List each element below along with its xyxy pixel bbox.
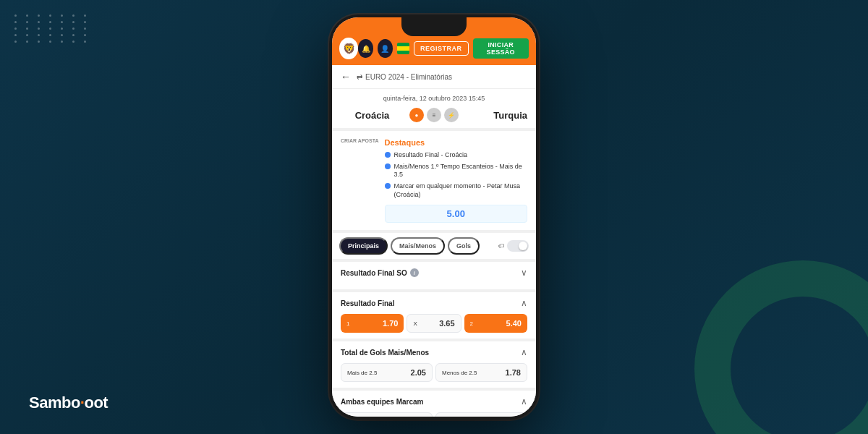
section-header-tg: Total de Gols Mais/Menos ∧ — [341, 347, 527, 357]
section-title-so: Resultado Final SO i — [341, 268, 419, 277]
chevron-tg[interactable]: ∧ — [521, 347, 527, 357]
decoration-circle — [694, 260, 868, 434]
odd-away-value: 5.40 — [506, 319, 522, 328]
odd-draw-value: 3.65 — [439, 319, 454, 328]
highlight-combined-value[interactable]: 5.00 — [385, 205, 528, 223]
criar-aposta-toggle-label: 🏷 — [498, 243, 504, 250]
section-title-tg-text: Total de Gols Mais/Menos — [341, 349, 429, 357]
odd-draw-label: X — [413, 320, 417, 327]
toggle-track[interactable] — [507, 240, 529, 252]
team-away: Turquia — [464, 110, 527, 121]
chevron-rf[interactable]: ∧ — [521, 298, 527, 308]
competition-info: ⇄ EURO 2024 - Eliminatórias — [357, 73, 452, 81]
section-title-ae: Ambas equipes Marcam — [341, 398, 424, 406]
notifications-icon[interactable]: 🔔 — [358, 39, 373, 58]
odd-home-label: 1 — [346, 320, 349, 327]
odd-away-button[interactable]: 2 5.40 — [464, 314, 527, 333]
section-header-rf: Resultado Final ∧ — [341, 298, 527, 308]
tab-mais-menos[interactable]: Mais/Menos — [391, 237, 445, 255]
odd-menos-25-value: 1.78 — [506, 368, 521, 377]
match-icons: ● ≡ ⚡ — [404, 108, 464, 122]
back-arrow-icon[interactable]: ← — [341, 71, 351, 82]
lightning-icon: ⚡ — [444, 108, 459, 122]
phone-frame: 🦁 🔔 👤 REGISTRAR INICIAR SESSÃO ← ⇄ EURO … — [329, 14, 539, 420]
highlight-text-3: Marcar em qualquer momento - Petar Musa … — [394, 182, 528, 199]
teams-row: Croácia ● ≡ ⚡ Turquia — [341, 108, 527, 122]
highlight-dot-1 — [385, 152, 391, 158]
odd-nao-button[interactable]: Não 1.78 — [435, 412, 527, 417]
match-header: quinta-feira, 12 outubro 2023 15:45 Croá… — [332, 89, 536, 128]
section-title-tg: Total de Gols Mais/Menos — [341, 349, 429, 357]
section-title-so-text: Resultado Final SO — [341, 269, 407, 277]
odd-mais-25-value: 2.05 — [411, 368, 426, 377]
highlight-item-3: Marcar em qualquer momento - Petar Musa … — [385, 182, 528, 199]
highlight-text-1: Resultado Final - Croácia — [394, 151, 468, 160]
phone-screen: 🦁 🔔 👤 REGISTRAR INICIAR SESSÃO ← ⇄ EURO … — [332, 17, 536, 417]
highlights-section: CRIAR APOSTA Destaques Resultado Final -… — [332, 131, 536, 230]
match-date: quinta-feira, 12 outubro 2023 15:45 — [341, 95, 527, 102]
section-title-ae-text: Ambas equipes Marcam — [341, 398, 424, 406]
logo-dot: · — [80, 393, 85, 412]
criar-aposta-toggle[interactable]: 🏷 — [498, 240, 529, 252]
chevron-so[interactable]: ∨ — [521, 268, 527, 278]
back-nav: ← ⇄ EURO 2024 - Eliminatórias — [332, 65, 536, 89]
live-icon: ● — [409, 108, 424, 122]
competition-name: EURO 2024 - Eliminatórias — [365, 73, 452, 81]
section-resultado-final: Resultado Final ∧ 1 1.70 X 3.65 2 — [332, 292, 536, 339]
highlight-dot-3 — [385, 183, 391, 189]
phone-notch — [401, 17, 467, 36]
highlight-item-2: Mais/Menos 1.º Tempo Escanteios - Mais d… — [385, 163, 528, 179]
register-button[interactable]: REGISTRAR — [414, 41, 469, 56]
brazil-flag-icon[interactable] — [397, 43, 409, 54]
screen-content[interactable]: ← ⇄ EURO 2024 - Eliminatórias quinta-fei… — [332, 65, 536, 417]
login-button[interactable]: INICIAR SESSÃO — [473, 38, 529, 59]
highlight-item-1: Resultado Final - Croácia — [385, 151, 528, 160]
chevron-ae[interactable]: ∧ — [521, 396, 527, 407]
odd-menos-25-label: Menos de 2.5 — [442, 370, 477, 376]
swap-icon: ⇄ — [357, 73, 362, 81]
tab-principais[interactable]: Principais — [339, 237, 388, 255]
tabs-row: Principais Mais/Menos Gols 🏷 — [332, 233, 536, 259]
odd-mais-25-button[interactable]: Mais de 2.5 2.05 — [341, 363, 433, 382]
sambafoot-logo: Sambo·oot — [29, 393, 108, 412]
odd-home-value: 1.70 — [383, 319, 398, 328]
section-resultado-final-so: Resultado Final SO i ∨ — [332, 262, 536, 289]
section-total-gols: Total de Gols Mais/Menos ∧ Mais de 2.5 2… — [332, 341, 536, 388]
odd-sim-button[interactable]: Sim 1.98 — [341, 412, 433, 417]
section-header-ae: Ambas equipes Marcam ∧ — [341, 396, 527, 407]
section-title-rf: Resultado Final — [341, 299, 394, 307]
highlight-text-2: Mais/Menos 1.º Tempo Escanteios - Mais d… — [394, 163, 528, 179]
odds-row-ae: Sim 1.98 Não 1.78 — [341, 412, 527, 417]
odd-away-label: 2 — [470, 320, 473, 327]
criar-aposta-label[interactable]: CRIAR APOSTA — [341, 138, 379, 143]
odd-mais-25-label: Mais de 2.5 — [347, 370, 377, 376]
odds-row-tg: Mais de 2.5 2.05 Menos de 2.5 1.78 — [341, 363, 527, 382]
info-icon-so[interactable]: i — [410, 268, 419, 277]
toggle-thumb — [519, 242, 527, 250]
stats-icon: ≡ — [427, 108, 441, 122]
dot-pattern: for(let i=0;i<35;i++) document.write('<s… — [14, 14, 91, 43]
odd-menos-25-button[interactable]: Menos de 2.5 1.78 — [435, 363, 527, 382]
section-header-so: Resultado Final SO i ∨ — [341, 268, 527, 278]
profile-icon[interactable]: 👤 — [378, 39, 393, 58]
odd-home-button[interactable]: 1 1.70 — [341, 314, 404, 333]
odd-draw-button[interactable]: X 3.65 — [407, 314, 461, 333]
header-icons: 🔔 👤 REGISTRAR INICIAR SESSÃO — [358, 38, 529, 59]
highlight-dot-2 — [385, 163, 391, 169]
section-ambas-equipes: Ambas equipes Marcam ∧ Sim 1.98 Não 1.78 — [332, 391, 536, 417]
team-home: Croácia — [341, 110, 404, 121]
app-logo: 🦁 — [339, 38, 358, 59]
highlights-title: Destaques — [385, 138, 528, 147]
section-title-rf-text: Resultado Final — [341, 299, 394, 307]
tab-gols[interactable]: Gols — [448, 237, 480, 255]
odds-row-rf: 1 1.70 X 3.65 2 5.40 — [341, 314, 527, 333]
